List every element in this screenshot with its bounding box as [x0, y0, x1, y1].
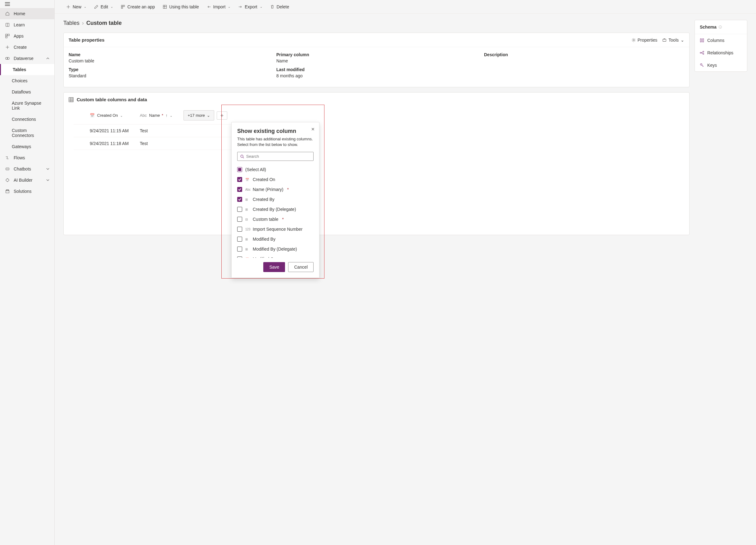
date-icon: 📅 [245, 257, 250, 258]
checkbox[interactable] [237, 187, 242, 192]
nav-connections[interactable]: Connections [0, 114, 54, 125]
nav-flows[interactable]: Flows [0, 152, 54, 163]
checkbox[interactable] [237, 257, 242, 258]
checkbox-indeterminate[interactable] [237, 167, 242, 172]
nav-apps[interactable]: Apps [0, 30, 54, 42]
svg-point-5 [7, 57, 9, 60]
column-option[interactable]: ⊞ Modified By [237, 234, 314, 244]
nav-custom-connectors[interactable]: Custom Connectors [0, 125, 54, 141]
schema-columns[interactable]: Columns [695, 34, 747, 47]
nav-learn[interactable]: Learn [0, 19, 54, 30]
close-button[interactable]: ✕ [311, 127, 315, 132]
column-option[interactable]: ⊞ Created By (Delegate) [237, 204, 314, 214]
date-icon: 📅 [245, 178, 250, 181]
search-box[interactable] [237, 152, 314, 161]
nav-solutions[interactable]: Solutions [0, 186, 54, 197]
delete-button[interactable]: Delete [267, 2, 292, 11]
search-icon [240, 154, 244, 159]
book-icon [5, 22, 10, 27]
checkbox[interactable] [237, 197, 242, 202]
column-option[interactable]: 📅 Modified On [237, 254, 314, 258]
nav-choices[interactable]: Choices [0, 75, 54, 86]
new-button[interactable]: New ⌄ [63, 2, 89, 11]
flow-icon [5, 155, 10, 160]
table-row[interactable]: 9/24/2021 11:18 AMTest [74, 137, 235, 150]
nav-synapse[interactable]: Azure Synapse Link [0, 98, 54, 114]
keys-icon [700, 63, 704, 67]
chevron-up-icon [46, 57, 49, 60]
nav-label: Tables [13, 67, 26, 72]
nav-dataflows[interactable]: Dataflows [0, 86, 54, 98]
btn-label: Edit [101, 4, 108, 9]
popup-desc: This table has additional existing colum… [237, 136, 314, 148]
edit-button[interactable]: Edit ⌄ [91, 2, 115, 11]
more-columns-button[interactable]: +17 more ⌄ [183, 110, 214, 120]
checkbox[interactable] [237, 237, 242, 242]
data-card: Custom table columns and data 📅 Created … [63, 92, 690, 235]
tools-button[interactable]: Tools ⌄ [662, 38, 684, 43]
svg-rect-14 [121, 7, 123, 8]
col-header-name[interactable]: Abc Name * ↑ ⌄ [136, 107, 180, 125]
breadcrumb-root[interactable]: Tables [63, 20, 79, 26]
checkbox[interactable] [237, 217, 242, 222]
create-app-button[interactable]: Create an app [118, 2, 157, 11]
column-option[interactable]: ⊞ Modified By (Delegate) [237, 244, 314, 254]
text-icon: Abc [140, 113, 147, 118]
info-icon[interactable] [718, 25, 722, 29]
item-label: Keys [707, 63, 717, 68]
nav-label: Home [14, 11, 25, 16]
chatbot-icon [5, 166, 10, 171]
nav-label: AI Builder [14, 178, 33, 183]
svg-rect-17 [663, 39, 666, 41]
plus-icon [66, 4, 71, 9]
select-all-row[interactable]: (Select All) [237, 165, 314, 175]
table-icon [162, 4, 167, 9]
search-input[interactable] [246, 154, 311, 159]
table-row[interactable]: 9/24/2021 11:15 AMTest [74, 125, 235, 137]
nav-tables[interactable]: Tables [0, 64, 54, 75]
chevron-down-icon [46, 179, 49, 182]
checkbox[interactable] [237, 207, 242, 212]
nav-label: Choices [12, 78, 28, 83]
col-header-created[interactable]: 📅 Created On ⌄ [86, 107, 136, 125]
name-label: Name [69, 52, 269, 57]
column-label: Modified By [253, 237, 275, 242]
column-label: Import Sequence Number [253, 227, 302, 232]
using-table-button[interactable]: Using this table [160, 2, 201, 11]
number-icon: 123 [245, 228, 250, 231]
table-icon [69, 97, 74, 102]
sidebar: Home Learn Apps Create Dataverse Tables … [0, 0, 55, 545]
add-column-button[interactable] [217, 111, 227, 120]
column-option[interactable]: ⊞ Created By [237, 194, 314, 204]
hamburger-menu[interactable] [0, 0, 54, 8]
nav-dataverse[interactable]: Dataverse [0, 53, 54, 64]
cancel-button[interactable]: Cancel [288, 262, 314, 272]
import-button[interactable]: Import ⌄ [204, 2, 233, 11]
checkbox[interactable] [237, 177, 242, 182]
checkbox[interactable] [237, 247, 242, 252]
checkbox[interactable] [237, 227, 242, 232]
column-option[interactable]: 123 Import Sequence Number [237, 224, 314, 234]
export-button[interactable]: Export ⌄ [235, 2, 265, 11]
breadcrumb: Tables › Custom table [63, 20, 690, 26]
nav-ai-builder[interactable]: AI Builder [0, 175, 54, 186]
properties-card: Table properties Properties Tools ⌄ [63, 33, 690, 87]
nav-gateways[interactable]: Gateways [0, 141, 54, 152]
column-option[interactable]: Abc Name (Primary) * [237, 184, 314, 194]
chevron-down-icon [46, 167, 49, 170]
svg-point-24 [703, 51, 704, 52]
nav-chatbots[interactable]: Chatbots [0, 163, 54, 175]
save-button[interactable]: Save [263, 262, 285, 272]
nav-home[interactable]: Home [0, 8, 54, 19]
item-label: Relationships [707, 50, 733, 55]
svg-rect-12 [121, 5, 123, 6]
column-option[interactable]: ⊟ Custom table * [237, 214, 314, 224]
nav-create[interactable]: Create [0, 42, 54, 53]
schema-keys[interactable]: Keys [695, 59, 747, 71]
plus-icon [5, 45, 10, 50]
schema-relationships[interactable]: Relationships [695, 47, 747, 59]
chevron-down-icon: ⌄ [207, 113, 210, 118]
properties-button[interactable]: Properties [632, 38, 658, 43]
chevron-down-icon: ⌄ [681, 38, 684, 43]
column-option[interactable]: 📅 Created On [237, 175, 314, 184]
